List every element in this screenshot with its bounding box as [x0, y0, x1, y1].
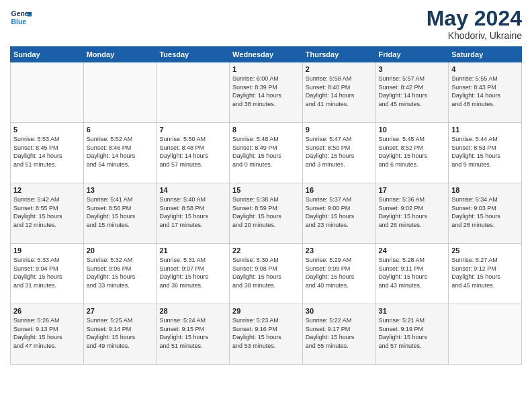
- calendar-cell: 5Sunrise: 5:53 AM Sunset: 8:45 PM Daylig…: [11, 123, 84, 183]
- day-info: Sunrise: 5:34 AM Sunset: 9:03 PM Dayligh…: [451, 195, 519, 229]
- day-number: 20: [87, 246, 154, 255]
- day-number: 4: [451, 65, 519, 73]
- day-number: 25: [451, 246, 519, 255]
- calendar-cell: 31Sunrise: 5:21 AM Sunset: 9:19 PM Dayli…: [375, 304, 449, 365]
- calendar-cell: [11, 62, 84, 123]
- day-number: 5: [13, 126, 81, 134]
- calendar-cell: [157, 62, 230, 123]
- day-info: Sunrise: 5:32 AM Sunset: 9:06 PM Dayligh…: [87, 256, 154, 289]
- calendar-cell: 8Sunrise: 5:48 AM Sunset: 8:49 PM Daylig…: [230, 123, 303, 183]
- day-number: 7: [159, 126, 226, 134]
- day-number: 29: [232, 307, 300, 315]
- header-monday: Monday: [83, 47, 157, 62]
- main-title: May 2024: [427, 7, 522, 30]
- day-info: Sunrise: 5:36 AM Sunset: 9:02 PM Dayligh…: [379, 195, 446, 229]
- header-friday: Friday: [375, 47, 449, 62]
- logo-icon: General Blue: [10, 7, 32, 28]
- calendar-cell: 16Sunrise: 5:37 AM Sunset: 9:00 PM Dayli…: [302, 183, 375, 244]
- day-info: Sunrise: 5:40 AM Sunset: 8:58 PM Dayligh…: [159, 195, 226, 229]
- day-info: Sunrise: 5:26 AM Sunset: 9:13 PM Dayligh…: [13, 316, 81, 350]
- day-number: 8: [232, 126, 300, 134]
- svg-text:Blue: Blue: [11, 18, 27, 26]
- day-info: Sunrise: 5:37 AM Sunset: 9:00 PM Dayligh…: [306, 195, 373, 229]
- day-info: Sunrise: 5:45 AM Sunset: 8:52 PM Dayligh…: [379, 135, 446, 169]
- day-number: 21: [159, 246, 226, 255]
- day-number: 11: [451, 126, 519, 134]
- calendar-cell: 27Sunrise: 5:25 AM Sunset: 9:14 PM Dayli…: [83, 304, 157, 365]
- calendar-cell: 24Sunrise: 5:28 AM Sunset: 9:11 PM Dayli…: [375, 244, 449, 304]
- calendar-cell: 19Sunrise: 5:33 AM Sunset: 9:04 PM Dayli…: [11, 244, 84, 304]
- day-info: Sunrise: 6:00 AM Sunset: 8:39 PM Dayligh…: [232, 75, 300, 108]
- day-info: Sunrise: 5:41 AM Sunset: 8:56 PM Dayligh…: [87, 195, 154, 229]
- week-row-3: 12Sunrise: 5:42 AM Sunset: 8:55 PM Dayli…: [11, 183, 522, 244]
- day-info: Sunrise: 5:30 AM Sunset: 9:08 PM Dayligh…: [232, 256, 300, 289]
- header-thursday: Thursday: [302, 47, 375, 62]
- day-info: Sunrise: 5:27 AM Sunset: 9:12 PM Dayligh…: [451, 256, 519, 289]
- calendar-cell: 12Sunrise: 5:42 AM Sunset: 8:55 PM Dayli…: [11, 183, 84, 244]
- calendar-cell: 13Sunrise: 5:41 AM Sunset: 8:56 PM Dayli…: [83, 183, 157, 244]
- day-info: Sunrise: 5:48 AM Sunset: 8:49 PM Dayligh…: [232, 135, 300, 169]
- day-info: Sunrise: 5:21 AM Sunset: 9:19 PM Dayligh…: [379, 316, 446, 350]
- day-info: Sunrise: 5:42 AM Sunset: 8:55 PM Dayligh…: [13, 195, 81, 229]
- calendar-cell: [83, 62, 157, 123]
- calendar-cell: 22Sunrise: 5:30 AM Sunset: 9:08 PM Dayli…: [230, 244, 303, 304]
- calendar-cell: 6Sunrise: 5:52 AM Sunset: 8:46 PM Daylig…: [83, 123, 157, 183]
- calendar-cell: 3Sunrise: 5:57 AM Sunset: 8:42 PM Daylig…: [375, 62, 449, 123]
- day-info: Sunrise: 5:24 AM Sunset: 9:15 PM Dayligh…: [159, 316, 226, 350]
- day-info: Sunrise: 5:38 AM Sunset: 8:59 PM Dayligh…: [232, 195, 300, 229]
- day-number: 10: [379, 126, 446, 134]
- day-number: 15: [232, 186, 300, 194]
- day-number: 28: [159, 307, 226, 315]
- day-info: Sunrise: 5:44 AM Sunset: 8:53 PM Dayligh…: [451, 135, 519, 169]
- week-row-5: 26Sunrise: 5:26 AM Sunset: 9:13 PM Dayli…: [11, 304, 522, 365]
- day-info: Sunrise: 5:55 AM Sunset: 8:43 PM Dayligh…: [451, 75, 519, 108]
- page: General Blue May 2024 Khodoriv, Ukraine …: [0, 0, 532, 411]
- calendar-cell: 11Sunrise: 5:44 AM Sunset: 8:53 PM Dayli…: [449, 123, 522, 183]
- calendar-cell: 14Sunrise: 5:40 AM Sunset: 8:58 PM Dayli…: [157, 183, 230, 244]
- day-number: 6: [87, 126, 154, 134]
- subtitle: Khodoriv, Ukraine: [427, 30, 522, 41]
- calendar-cell: 30Sunrise: 5:22 AM Sunset: 9:17 PM Dayli…: [302, 304, 375, 365]
- logo: General Blue: [10, 7, 32, 28]
- day-number: 3: [379, 65, 446, 73]
- day-number: 12: [13, 186, 81, 194]
- week-row-4: 19Sunrise: 5:33 AM Sunset: 9:04 PM Dayli…: [11, 244, 522, 304]
- calendar-cell: 1Sunrise: 6:00 AM Sunset: 8:39 PM Daylig…: [230, 62, 303, 123]
- calendar-cell: 17Sunrise: 5:36 AM Sunset: 9:02 PM Dayli…: [375, 183, 449, 244]
- day-number: 19: [13, 246, 81, 255]
- day-info: Sunrise: 5:58 AM Sunset: 8:40 PM Dayligh…: [306, 75, 373, 108]
- day-number: 23: [306, 246, 373, 255]
- day-info: Sunrise: 5:22 AM Sunset: 9:17 PM Dayligh…: [306, 316, 373, 350]
- day-info: Sunrise: 5:29 AM Sunset: 9:09 PM Dayligh…: [306, 256, 373, 289]
- day-info: Sunrise: 5:33 AM Sunset: 9:04 PM Dayligh…: [13, 256, 81, 289]
- calendar-cell: 21Sunrise: 5:31 AM Sunset: 9:07 PM Dayli…: [157, 244, 230, 304]
- day-number: 9: [306, 126, 373, 134]
- day-info: Sunrise: 5:25 AM Sunset: 9:14 PM Dayligh…: [87, 316, 154, 350]
- header-saturday: Saturday: [449, 47, 522, 62]
- calendar-cell: 26Sunrise: 5:26 AM Sunset: 9:13 PM Dayli…: [11, 304, 84, 365]
- calendar-cell: [449, 304, 522, 365]
- calendar-cell: 4Sunrise: 5:55 AM Sunset: 8:43 PM Daylig…: [449, 62, 522, 123]
- day-number: 24: [379, 246, 446, 255]
- day-info: Sunrise: 5:23 AM Sunset: 9:16 PM Dayligh…: [232, 316, 300, 350]
- day-number: 13: [87, 186, 154, 194]
- header-tuesday: Tuesday: [157, 47, 230, 62]
- day-number: 31: [379, 307, 446, 315]
- calendar-cell: 7Sunrise: 5:50 AM Sunset: 8:48 PM Daylig…: [157, 123, 230, 183]
- day-number: 16: [306, 186, 373, 194]
- day-info: Sunrise: 5:57 AM Sunset: 8:42 PM Dayligh…: [379, 75, 446, 108]
- week-row-1: 1Sunrise: 6:00 AM Sunset: 8:39 PM Daylig…: [11, 62, 522, 123]
- day-number: 26: [13, 307, 81, 315]
- day-number: 14: [159, 186, 226, 194]
- day-info: Sunrise: 5:52 AM Sunset: 8:46 PM Dayligh…: [87, 135, 154, 169]
- calendar-cell: 20Sunrise: 5:32 AM Sunset: 9:06 PM Dayli…: [83, 244, 157, 304]
- calendar-cell: 29Sunrise: 5:23 AM Sunset: 9:16 PM Dayli…: [230, 304, 303, 365]
- day-number: 2: [306, 65, 373, 73]
- day-info: Sunrise: 5:28 AM Sunset: 9:11 PM Dayligh…: [379, 256, 446, 289]
- day-number: 30: [306, 307, 373, 315]
- header: General Blue May 2024 Khodoriv, Ukraine: [10, 7, 522, 41]
- day-number: 18: [451, 186, 519, 194]
- calendar-table: Sunday Monday Tuesday Wednesday Thursday…: [10, 46, 522, 365]
- day-number: 22: [232, 246, 300, 255]
- day-number: 17: [379, 186, 446, 194]
